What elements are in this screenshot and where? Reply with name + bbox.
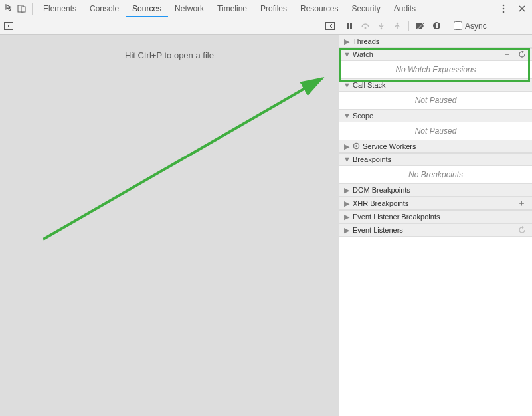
svg-rect-7 bbox=[347, 23, 349, 29]
close-icon[interactable] bbox=[516, 5, 528, 13]
devtools-tabbar: Elements Console Sources Network Timelin… bbox=[0, 0, 532, 17]
open-file-hint: Hit Ctrl+P to open a file bbox=[0, 51, 339, 60]
svg-point-4 bbox=[503, 11, 505, 13]
debugger-toolbar: Async bbox=[339, 17, 532, 35]
svg-point-11 bbox=[397, 22, 399, 24]
pause-icon[interactable] bbox=[343, 20, 355, 32]
async-checkbox-label[interactable]: Async bbox=[454, 21, 487, 31]
section-callstack-body: Not Paused bbox=[339, 92, 532, 109]
section-serviceworkers-label: Service Workers bbox=[363, 142, 416, 150]
chevron-right-icon: ▶ bbox=[343, 142, 350, 151]
chevron-down-icon: ▼ bbox=[343, 81, 350, 89]
tab-network[interactable]: Network bbox=[168, 0, 211, 17]
svg-point-18 bbox=[355, 145, 357, 147]
pause-on-exceptions-icon[interactable] bbox=[430, 20, 442, 32]
watch-refresh-icon[interactable] bbox=[516, 51, 528, 58]
section-watch[interactable]: ▼ Watch ＋ bbox=[339, 48, 532, 61]
step-into-icon[interactable] bbox=[375, 20, 387, 32]
chevron-down-icon: ▼ bbox=[343, 156, 350, 163]
section-serviceworkers[interactable]: ▶ Service Workers bbox=[339, 140, 532, 153]
main-split: Hit Ctrl+P to open a file bbox=[0, 17, 532, 416]
section-scope[interactable]: ▼ Scope bbox=[339, 109, 532, 122]
section-breakpoints-label: Breakpoints bbox=[353, 156, 391, 163]
step-out-icon[interactable] bbox=[391, 20, 403, 32]
section-breakpoints-body: No Breakpoints bbox=[339, 166, 532, 183]
section-dombp-label: DOM Breakpoints bbox=[353, 186, 410, 194]
xhrbp-add-icon[interactable]: ＋ bbox=[515, 197, 528, 209]
section-callstack[interactable]: ▼ Call Stack bbox=[339, 78, 532, 92]
chevron-right-icon: ▶ bbox=[343, 199, 350, 208]
section-callstack-label: Call Stack bbox=[353, 81, 386, 89]
svg-rect-8 bbox=[350, 23, 352, 29]
section-evl[interactable]: ▶ Event Listeners bbox=[339, 223, 532, 237]
section-scope-label: Scope bbox=[353, 112, 373, 120]
device-toggle-icon[interactable] bbox=[16, 4, 28, 13]
tab-audits[interactable]: Audits bbox=[387, 0, 422, 17]
tab-elements[interactable]: Elements bbox=[37, 0, 83, 17]
async-checkbox[interactable] bbox=[454, 21, 462, 30]
section-watch-label: Watch bbox=[353, 51, 373, 58]
chevron-down-icon: ▼ bbox=[343, 112, 350, 120]
chevron-right-icon: ▶ bbox=[343, 186, 350, 195]
tab-console[interactable]: Console bbox=[83, 0, 126, 17]
tabbar-divider bbox=[32, 3, 33, 15]
chevron-right-icon: ▶ bbox=[343, 37, 350, 46]
sources-editor-area: Hit Ctrl+P to open a file bbox=[0, 35, 339, 416]
section-evlbp-label: Event Listener Breakpoints bbox=[353, 213, 440, 221]
tab-timeline[interactable]: Timeline bbox=[211, 0, 254, 17]
tab-profiles[interactable]: Profiles bbox=[254, 0, 294, 17]
tab-security[interactable]: Security bbox=[345, 0, 387, 17]
deactivate-breakpoints-icon[interactable] bbox=[414, 20, 426, 32]
watch-add-icon[interactable]: ＋ bbox=[501, 49, 513, 60]
section-evlbp[interactable]: ▶ Event Listener Breakpoints bbox=[339, 210, 532, 223]
debugger-panels: ▶ Threads ▼ Watch ＋ No Watch Expressions… bbox=[339, 35, 532, 416]
chevron-right-icon: ▶ bbox=[343, 226, 350, 235]
tab-sources[interactable]: Sources bbox=[126, 0, 168, 17]
svg-point-10 bbox=[381, 27, 383, 29]
svg-rect-1 bbox=[21, 7, 25, 12]
sources-left-toolbar bbox=[0, 17, 339, 35]
chevron-down-icon: ▼ bbox=[343, 51, 350, 58]
section-watch-body: No Watch Expressions bbox=[339, 61, 532, 78]
sources-left-pane: Hit Ctrl+P to open a file bbox=[0, 17, 339, 416]
inspect-icon[interactable] bbox=[4, 4, 16, 13]
step-over-icon[interactable] bbox=[359, 20, 371, 32]
section-evl-label: Event Listeners bbox=[353, 226, 403, 234]
gear-icon bbox=[353, 142, 360, 151]
kebab-menu-icon[interactable] bbox=[497, 4, 509, 13]
section-threads-label: Threads bbox=[353, 37, 379, 45]
svg-point-9 bbox=[365, 27, 367, 29]
chevron-right-icon: ▶ bbox=[343, 213, 350, 221]
section-dombp[interactable]: ▶ DOM Breakpoints bbox=[339, 183, 532, 197]
section-scope-body: Not Paused bbox=[339, 122, 532, 140]
evl-refresh-icon[interactable] bbox=[516, 226, 528, 234]
tab-resources[interactable]: Resources bbox=[294, 0, 345, 17]
section-threads[interactable]: ▶ Threads bbox=[339, 35, 532, 48]
section-xhrbp-label: XHR Breakpoints bbox=[353, 199, 408, 207]
debugger-toggle-icon[interactable] bbox=[325, 22, 335, 30]
svg-point-2 bbox=[503, 4, 505, 6]
async-label-text: Async bbox=[465, 21, 487, 31]
svg-point-3 bbox=[503, 7, 505, 9]
navigator-toggle-icon[interactable] bbox=[4, 22, 13, 30]
section-xhrbp[interactable]: ▶ XHR Breakpoints ＋ bbox=[339, 197, 532, 210]
section-breakpoints[interactable]: ▼ Breakpoints bbox=[339, 153, 532, 166]
debugger-pane: Async ▶ Threads ▼ Watch ＋ No Watch Expre… bbox=[339, 17, 532, 416]
